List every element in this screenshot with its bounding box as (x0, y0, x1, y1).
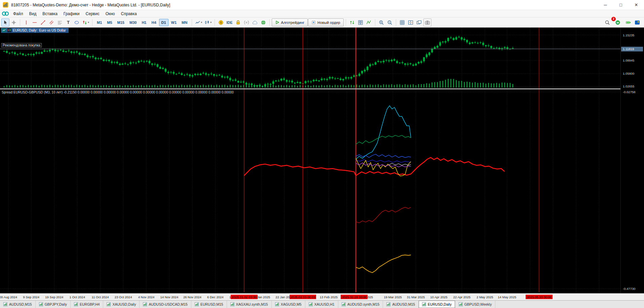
chart-line-type-button[interactable]: ▾ (194, 18, 203, 27)
timeframe-button-w1[interactable]: W1 (169, 19, 179, 26)
chart-tab[interactable]: AUDUSD,M15 (383, 301, 419, 308)
vertical-line-tool-button[interactable] (22, 18, 30, 27)
tick-events-button[interactable] (242, 18, 251, 27)
chart-tab[interactable]: EURUSD,M15 (191, 301, 227, 308)
dollar-icon: $ (218, 20, 224, 25)
menu-item[interactable]: Графики (61, 11, 83, 17)
web-community-button[interactable] (259, 18, 267, 27)
timeframe-button-mn[interactable]: MN (179, 19, 190, 26)
chart-tab[interactable]: XAUUSD,Daily (103, 301, 140, 308)
menu-item[interactable]: Вставка (39, 11, 61, 17)
time-axis-label: 28 Aug 2024 (0, 295, 17, 299)
chart-tab[interactable]: EURGBP,H4 (71, 301, 103, 308)
timeframe-button-m30[interactable]: M30 (127, 19, 139, 26)
horizontal-line-tool-button[interactable] (31, 18, 39, 27)
close-button[interactable]: ✕ (629, 0, 644, 10)
battery-status-button[interactable] (624, 18, 632, 27)
cursor-tool-button[interactable] (1, 18, 9, 27)
chart-tab[interactable]: GBPUSD,Weekly (455, 301, 496, 308)
indicator-header: Spread EURUSD-GBPUSD (M3, 10 лет) -0.211… (2, 90, 234, 94)
chart-tab-icon (39, 302, 43, 306)
zigzag-indicator-button[interactable] (365, 18, 373, 27)
new-order-icon (311, 20, 316, 25)
chart-tab[interactable]: GBPJPY,Daily (36, 301, 71, 308)
trendline-tool-button[interactable] (39, 18, 47, 27)
chart-tab-icon (386, 302, 390, 306)
chart-symbol-icon (7, 28, 11, 32)
minimize-button[interactable]: ─ (598, 0, 613, 10)
dom-bars-icon (358, 20, 363, 25)
timeframe-button-h1[interactable]: H1 (139, 19, 149, 26)
chart-window-caption[interactable]: EURUSD, Daily: Euro vs US Dollar (1, 28, 69, 33)
timeframe-button-m5[interactable]: M5 (105, 19, 114, 26)
grid-button[interactable] (398, 18, 406, 27)
time-axis-label: 2 May 2025 (477, 295, 493, 299)
menu-item[interactable]: Окно (103, 11, 118, 17)
time-axis[interactable]: 28 Aug 20249 Sep 202419 Sep 20241 Oct 20… (0, 293, 644, 300)
chart-tab[interactable]: AUDUSD,M15 (0, 301, 36, 308)
zoom-in-button[interactable] (377, 18, 385, 27)
toolbar-separator (346, 19, 346, 26)
record-icon (244, 20, 249, 25)
chart-tab[interactable]: XAGXAU.synth,M15 (227, 301, 272, 308)
arrows-tool-button[interactable]: ▾ (81, 18, 90, 27)
menu-item[interactable]: Сервис (83, 11, 103, 17)
ide-button[interactable]: IDE (225, 18, 233, 27)
timeframe-button-d1[interactable]: D1 (159, 19, 168, 26)
chevron-down-icon: ▾ (210, 21, 212, 24)
maximize-button[interactable]: □ (613, 0, 629, 10)
price-scale-label: 1.02655 (623, 84, 634, 88)
menu-item[interactable]: Вид (26, 11, 40, 17)
crosshair-icon (11, 20, 16, 25)
price-scale[interactable]: 1.152351.120901.089451.058001.02655-0.02… (620, 28, 644, 293)
fibonacci-tool-button[interactable] (56, 18, 64, 27)
chart-tab-label: AUDUSD.synth,M15 (347, 302, 380, 306)
menu-item[interactable]: Справка (118, 11, 140, 17)
ellipse-icon (74, 20, 79, 25)
chart-tab-label: GBPJPY,Daily (45, 302, 67, 306)
line-chart-icon (195, 20, 200, 25)
toolbar-separator (215, 19, 215, 26)
trade-levels-button[interactable] (348, 18, 356, 27)
cloud-button[interactable] (251, 18, 259, 27)
search-button[interactable] (603, 18, 611, 27)
new-order-button[interactable]: Новый ордер (308, 18, 344, 27)
titlebar[interactable]: 81807205 - MetaQuotes-Demo: Демо-счет - … (0, 0, 644, 10)
timeframe-button-h4[interactable]: H4 (149, 19, 158, 26)
tile-windows-button[interactable] (407, 18, 415, 27)
timeframe-group: M1M5M15M30H1H4D1W1MN (94, 19, 190, 26)
depth-of-market-button[interactable] (356, 18, 365, 27)
chart-tab[interactable]: AUDUSD-USDCAD,M15 (140, 301, 191, 308)
chart-tab[interactable]: XAGUSD,M5 (272, 301, 305, 308)
shapes-tool-button[interactable] (73, 18, 81, 27)
chart-candle-type-button[interactable]: ▾ (203, 18, 213, 27)
screenshot-button[interactable] (423, 18, 431, 27)
timeframe-button-m15[interactable]: M15 (115, 19, 127, 26)
time-axis-label: 31 Mar 2025 (407, 295, 425, 299)
zoom-out-button[interactable] (386, 18, 394, 27)
chart-tab[interactable]: AUDUSD.synth,M15 (338, 301, 383, 308)
channel-tool-button[interactable] (47, 18, 55, 27)
time-axis-label: 14 Nov 2024 (160, 295, 178, 299)
algotrading-button[interactable]: Алготрейдинг (272, 18, 308, 27)
chart-area[interactable]: EURUSD, Daily: Euro vs US Dollar Рекомен… (0, 28, 644, 293)
price-scale-label: -0.47730 (623, 287, 636, 291)
lock-button[interactable] (234, 18, 242, 27)
crosshair-tool-button[interactable] (10, 18, 18, 27)
menu-item[interactable]: Файл (10, 11, 26, 17)
panel-divider[interactable] (0, 88, 644, 89)
text-icon: T (67, 20, 70, 25)
chart-tab[interactable]: EURUSD,Daily (419, 301, 455, 308)
symbols-button[interactable]: $ (217, 18, 225, 27)
toolbar-separator (20, 19, 20, 26)
chart-tab-icon (422, 302, 426, 306)
chart-canvas[interactable] (0, 28, 620, 293)
time-axis-event-label: 2025.02.03 00:00 (290, 295, 316, 299)
notifications-button[interactable]: 2 M (614, 18, 622, 27)
cascade-windows-button[interactable] (415, 18, 423, 27)
notification-badge: 2 (611, 17, 616, 21)
time-axis-label: 9 Sep 2024 (23, 295, 40, 299)
text-tool-button[interactable]: T (64, 18, 72, 27)
timeframe-button-m1[interactable]: M1 (94, 19, 104, 26)
chart-tab[interactable]: XAUUSD,H1 (305, 301, 338, 308)
